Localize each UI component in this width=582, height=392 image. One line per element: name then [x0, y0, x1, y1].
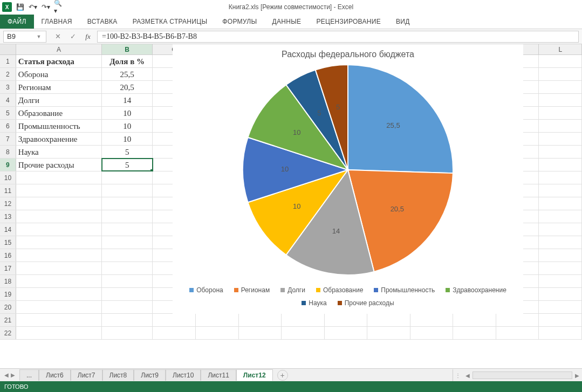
- cell-B17[interactable]: [102, 262, 153, 274]
- sheet-tab[interactable]: Лист7: [71, 369, 102, 381]
- ribbon-tab-review[interactable]: РЕЦЕНЗИРОВАНИЕ: [309, 15, 388, 29]
- sheet-tab[interactable]: Лист10: [166, 369, 201, 381]
- cell-K22[interactable]: [496, 327, 539, 339]
- cell-A3[interactable]: Регионам: [16, 81, 102, 93]
- cell-L16[interactable]: [539, 249, 582, 262]
- cell-B10[interactable]: [102, 171, 153, 184]
- cell-A20[interactable]: [16, 301, 102, 313]
- cell-B6[interactable]: 10: [102, 120, 153, 132]
- cell-L20[interactable]: [539, 301, 582, 313]
- horizontal-scrollbar[interactable]: ⋮ ◀ ▶: [453, 369, 582, 381]
- cell-H21[interactable]: [367, 314, 410, 326]
- cell-F22[interactable]: [282, 327, 325, 339]
- cell-A13[interactable]: [16, 210, 102, 223]
- row-header-13[interactable]: 13: [0, 210, 16, 223]
- cell-L12[interactable]: [539, 197, 582, 210]
- cell-F21[interactable]: [282, 314, 325, 326]
- fx-icon[interactable]: fx: [82, 31, 94, 43]
- cell-L9[interactable]: [539, 159, 582, 171]
- column-header-A[interactable]: A: [16, 44, 102, 54]
- scroll-track[interactable]: [473, 372, 572, 379]
- cell-L8[interactable]: [539, 146, 582, 158]
- cell-C22[interactable]: [153, 327, 196, 339]
- row-header-3[interactable]: 3: [0, 81, 16, 93]
- embedded-chart[interactable]: Расходы федерального бюджета 25,520,5141…: [173, 44, 523, 314]
- cell-I21[interactable]: [410, 314, 454, 326]
- cell-B3[interactable]: 20,5: [102, 81, 153, 93]
- cell-B20[interactable]: [102, 301, 153, 313]
- cell-A5[interactable]: Образование: [16, 107, 102, 119]
- cell-L18[interactable]: [539, 275, 582, 287]
- cell-B8[interactable]: 5: [102, 146, 153, 158]
- row-header-16[interactable]: 16: [0, 249, 16, 262]
- row-header-11[interactable]: 11: [0, 184, 16, 197]
- cell-B7[interactable]: 10: [102, 133, 153, 145]
- cell-B2[interactable]: 25,5: [102, 68, 153, 80]
- cell-L17[interactable]: [539, 262, 582, 274]
- cell-A12[interactable]: [16, 197, 102, 210]
- row-header-4[interactable]: 4: [0, 94, 16, 106]
- cell-I22[interactable]: [410, 327, 454, 339]
- column-header-L[interactable]: L: [539, 44, 582, 54]
- row-header-9[interactable]: 9: [0, 159, 16, 171]
- cell-A18[interactable]: [16, 275, 102, 287]
- row-header-19[interactable]: 19: [0, 288, 16, 300]
- cell-A8[interactable]: Наука: [16, 146, 102, 158]
- cell-E21[interactable]: [239, 314, 282, 326]
- column-header-B[interactable]: B: [102, 44, 153, 54]
- sheet-tab[interactable]: Лист11: [201, 369, 236, 381]
- cell-B18[interactable]: [102, 275, 153, 287]
- sheet-tab[interactable]: Лист9: [134, 369, 166, 381]
- sheet-tab[interactable]: Лист12: [236, 369, 273, 381]
- cell-A15[interactable]: [16, 236, 102, 249]
- cell-A2[interactable]: Оборона: [16, 68, 102, 80]
- cell-B11[interactable]: [102, 184, 153, 197]
- accept-icon[interactable]: ✓: [67, 31, 79, 43]
- cell-A17[interactable]: [16, 262, 102, 274]
- ribbon-tab-insert[interactable]: ВСТАВКА: [80, 15, 125, 29]
- cell-B15[interactable]: [102, 236, 153, 249]
- row-header-21[interactable]: 21: [0, 314, 16, 326]
- scroll-right-icon[interactable]: ▶: [572, 373, 582, 379]
- sheet-tab-overflow[interactable]: ...: [19, 369, 39, 381]
- row-header-22[interactable]: 22: [0, 327, 16, 339]
- cell-A11[interactable]: [16, 184, 102, 197]
- cell-A21[interactable]: [16, 314, 102, 326]
- cell-B16[interactable]: [102, 249, 153, 262]
- cell-H22[interactable]: [367, 327, 410, 339]
- cell-A19[interactable]: [16, 288, 102, 300]
- ribbon-tab-layout[interactable]: РАЗМЕТКА СТРАНИЦЫ: [125, 15, 215, 29]
- sheet-tab[interactable]: Лист8: [102, 369, 134, 381]
- cell-L4[interactable]: [539, 94, 582, 106]
- cell-L21[interactable]: [539, 314, 582, 326]
- undo-icon[interactable]: ↶▾: [28, 2, 38, 12]
- add-sheet-button[interactable]: +: [277, 370, 288, 381]
- row-header-5[interactable]: 5: [0, 107, 16, 119]
- ribbon-tab-formulas[interactable]: ФОРМУЛЫ: [215, 15, 264, 29]
- row-header-18[interactable]: 18: [0, 275, 16, 287]
- row-header-2[interactable]: 2: [0, 68, 16, 80]
- cell-A7[interactable]: Здравоохранение: [16, 133, 102, 145]
- cell-J21[interactable]: [453, 314, 496, 326]
- formula-input[interactable]: =100-B2-B3-B4-B5-B6-B7-B8: [97, 31, 579, 43]
- cell-L1[interactable]: [539, 55, 582, 67]
- ribbon-tab-home[interactable]: ГЛАВНАЯ: [34, 15, 80, 29]
- cell-B4[interactable]: 14: [102, 94, 153, 106]
- sheet-tab[interactable]: Лист6: [39, 369, 71, 381]
- nav-prev-icon[interactable]: ◀: [4, 372, 9, 378]
- cell-A6[interactable]: Промышленность: [16, 120, 102, 132]
- ribbon-tab-data[interactable]: ДАННЫЕ: [264, 15, 309, 29]
- cell-L15[interactable]: [539, 236, 582, 249]
- cell-A4[interactable]: Долги: [16, 94, 102, 106]
- scroll-left-icon[interactable]: ◀: [463, 373, 473, 379]
- cell-B12[interactable]: [102, 197, 153, 210]
- cell-L11[interactable]: [539, 184, 582, 197]
- row-header-15[interactable]: 15: [0, 236, 16, 249]
- row-header-1[interactable]: 1: [0, 55, 16, 67]
- cell-B9[interactable]: 5: [102, 159, 153, 171]
- row-header-7[interactable]: 7: [0, 133, 16, 145]
- cell-B1[interactable]: Доля в %: [102, 55, 153, 67]
- cell-L14[interactable]: [539, 223, 582, 236]
- select-all-cell[interactable]: [0, 44, 16, 54]
- cell-D22[interactable]: [196, 327, 239, 339]
